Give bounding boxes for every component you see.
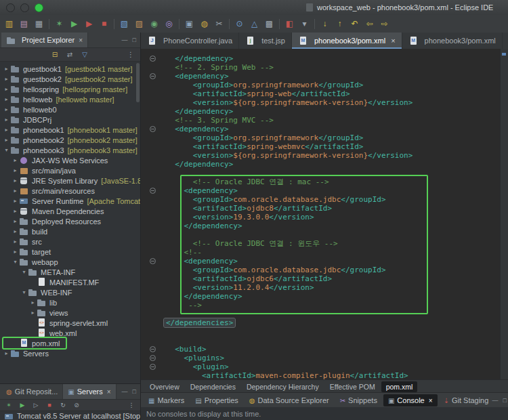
tab-git-reposit[interactable]: ◍Git Reposit... — [1, 384, 63, 399]
stop-button[interactable]: ■ — [97, 17, 111, 30]
new-server-button[interactable]: ▣ — [182, 17, 196, 30]
server-item[interactable]: Tomcat v8.5 Server at localhost [Stopp — [0, 411, 140, 420]
filter-button[interactable]: ▽ — [80, 50, 89, 60]
debug-server-button[interactable]: ✶ — [4, 401, 14, 410]
tree-item-jdbcprj[interactable]: ▸JDBCPrj — [0, 114, 140, 125]
page-tab-effective-pom[interactable]: Effective POM — [325, 381, 380, 392]
tab-project-explorer[interactable]: Project Explorer × — [1, 33, 88, 47]
view-menu-button[interactable]: ⋮ — [127, 401, 136, 410]
page-tab-dependencies[interactable]: Dependencies — [186, 381, 240, 392]
last-edit-location-button[interactable]: ↶ — [347, 17, 362, 30]
expand-arrow[interactable]: ▸ — [12, 208, 19, 214]
tree-item-views[interactable]: ▸views — [0, 308, 140, 318]
close-icon[interactable]: × — [79, 37, 83, 44]
expand-arrow[interactable]: ▸ — [3, 86, 10, 92]
expand-arrow[interactable]: ▸ — [12, 218, 19, 224]
expand-arrow[interactable]: ▸ — [3, 350, 10, 356]
new-db-connection-button[interactable]: ◍ — [197, 17, 211, 30]
tree-item-web-inf[interactable]: ▾WEB-INF — [0, 287, 140, 297]
minimize-window-button[interactable] — [20, 3, 29, 12]
new-wizard-button[interactable]: ▥ — [2, 17, 16, 30]
expand-arrow[interactable]: ▸ — [12, 157, 19, 163]
tree-item-guestbook1[interactable]: ▸guestbook1[guestbook1 master] — [0, 64, 140, 74]
tab-servers[interactable]: ▣Servers× — [63, 384, 116, 399]
expand-arrow[interactable]: ▸ — [12, 198, 19, 204]
expand-arrow[interactable]: ▾ — [12, 259, 19, 265]
editor-tab-phonebook3-pom-xml[interactable]: phonebook3/pom.xml× — [292, 33, 402, 49]
editor-tab-phonecontroller-java[interactable]: PhoneController.java — [141, 33, 239, 49]
new-interface-button[interactable]: ◎ — [162, 17, 176, 30]
tree-item-helloweb0[interactable]: ▸helloweb0 — [0, 104, 140, 114]
expand-arrow[interactable]: ▸ — [12, 177, 19, 184]
overview-ruler[interactable] — [500, 49, 508, 379]
tree-item-webapp[interactable]: ▾webapp — [0, 257, 140, 267]
publish-server-button[interactable]: ↻ — [58, 401, 68, 410]
tree-item-phonebook1[interactable]: ▸phonebook1[phonebook1 master] — [0, 125, 140, 135]
expand-arrow[interactable]: ▸ — [3, 96, 10, 102]
debug-button[interactable]: ✶ — [52, 17, 66, 30]
editor-tab-test-jsp[interactable]: test.jsp — [239, 33, 292, 49]
minimize-view-icon[interactable]: — — [492, 397, 499, 404]
tree-item-src[interactable]: ▸src — [0, 236, 140, 247]
maximize-view-icon[interactable]: □ — [133, 37, 136, 43]
expand-arrow[interactable]: ▸ — [3, 76, 10, 82]
expand-arrow[interactable]: ▾ — [3, 147, 10, 153]
run-external-button[interactable]: ▶ — [82, 17, 96, 30]
tab-markers[interactable]: ▦Markers — [144, 394, 189, 406]
stop-server-button[interactable]: ■ — [45, 401, 54, 410]
link-with-editor-button[interactable]: ⇄ — [65, 50, 75, 60]
page-tab-pom-xml[interactable]: pom.xml — [381, 381, 418, 392]
tab-data-source-explorer[interactable]: ◍Data Source Explorer — [245, 394, 334, 406]
open-type-button[interactable]: △ — [247, 17, 261, 30]
run-history-button[interactable]: ▾ — [297, 17, 312, 30]
tree-item-deployed-resources[interactable]: ▸Deployed Resources — [0, 216, 140, 226]
tree-item-target[interactable]: ▸target — [0, 247, 140, 257]
view-menu-button[interactable]: ⋮ — [126, 50, 135, 60]
minimize-view-icon[interactable]: — — [122, 37, 128, 43]
toggle-mark-occurrences-button[interactable]: ▩ — [262, 17, 276, 30]
back-button[interactable]: ⇦ — [362, 17, 377, 30]
expand-arrow[interactable]: ▸ — [3, 66, 10, 72]
tree-item-meta-inf[interactable]: ▾META-INF — [0, 267, 140, 277]
snippet-button[interactable]: ✂ — [212, 17, 226, 30]
zoom-window-button[interactable] — [35, 3, 43, 12]
tree-item-spring-servlet-xml[interactable]: spring-servlet.xml — [0, 318, 140, 328]
expand-arrow[interactable]: ▸ — [3, 127, 10, 133]
tab-git-staging[interactable]: ⇣Git Staging — [439, 394, 492, 406]
new-package-button[interactable]: ▨ — [132, 17, 146, 30]
fold-marker[interactable] — [150, 364, 156, 370]
run-button[interactable]: ▶ — [67, 17, 81, 30]
close-tab-icon[interactable]: × — [391, 37, 395, 45]
save-button[interactable]: ▤ — [17, 17, 31, 30]
tree-item-manifest-mf[interactable]: MANIFEST.MF — [0, 277, 140, 287]
tree-item-web-xml[interactable]: web.xml — [0, 328, 140, 338]
expand-arrow[interactable]: ▸ — [12, 167, 19, 173]
expand-arrow[interactable]: ▸ — [3, 137, 10, 143]
tree-item-hellospring[interactable]: ▸hellospring[hellospring master] — [0, 84, 140, 94]
search-button[interactable]: ⊙ — [232, 17, 247, 30]
close-tab-icon[interactable]: × — [107, 388, 111, 396]
fold-marker[interactable] — [150, 346, 156, 352]
close-tab-icon[interactable]: × — [429, 397, 433, 404]
profile-server-button[interactable]: ▷ — [31, 401, 41, 410]
tree-item-src-main-java[interactable]: ▸src/main/java — [0, 165, 140, 175]
start-server-button[interactable]: ▶ — [18, 401, 27, 410]
tree-item-maven-dependencies[interactable]: ▸Maven Dependencies — [0, 206, 140, 216]
editor-tab-phonebook3-pom-xml[interactable]: phonebook3/pom.xml — [402, 33, 503, 49]
expand-arrow[interactable]: ▸ — [12, 238, 19, 245]
editor[interactable]: </dependency> <!-- 2. Spring Web --> <de… — [141, 49, 508, 379]
tab-properties[interactable]: ▤Properties — [190, 394, 243, 406]
print-button[interactable]: ▦ — [32, 17, 46, 30]
close-window-button[interactable] — [6, 3, 15, 12]
fold-marker[interactable] — [150, 258, 156, 264]
new-class-button[interactable]: ◉ — [147, 17, 161, 30]
expand-arrow[interactable]: ▸ — [12, 249, 19, 255]
coverage-button[interactable]: ◧ — [282, 17, 297, 30]
next-annotation-button[interactable]: ↓ — [318, 17, 332, 30]
expand-arrow[interactable]: ▾ — [20, 269, 28, 275]
fold-marker[interactable] — [150, 73, 156, 79]
expand-arrow[interactable]: ▸ — [12, 228, 19, 234]
fold-marker[interactable] — [150, 188, 156, 194]
page-tab-dependency-hierarchy[interactable]: Dependency Hierarchy — [242, 381, 324, 392]
tree-item-jax-ws-web-services[interactable]: ▸JAX-WS Web Services — [0, 155, 140, 165]
